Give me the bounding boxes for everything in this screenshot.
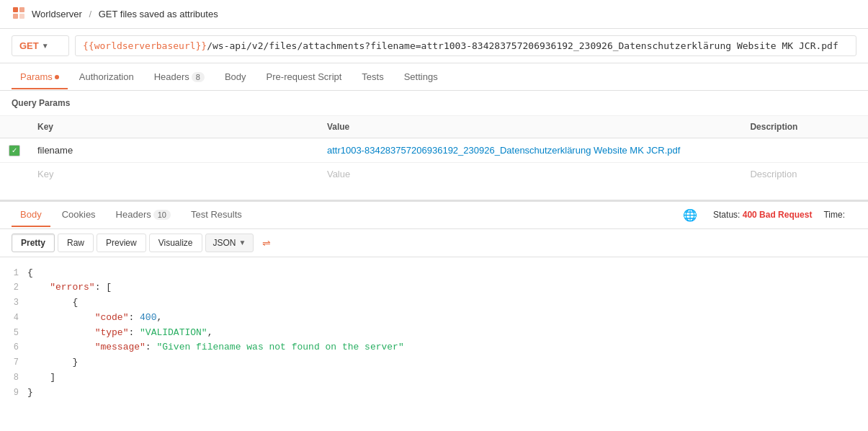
url-bar: GET ▼ {{worldserverbaseurl}}/ws-api/v2/f… (0, 29, 868, 63)
format-type-dropdown[interactable]: JSON ▼ (205, 234, 254, 252)
empty-value[interactable]: Value (318, 162, 741, 185)
svg-rect-3 (19, 14, 24, 19)
response-section: Body Cookies Headers10 Test Results 🌐 St… (0, 200, 868, 409)
json-line-4: 4 "code": 400, (0, 311, 868, 326)
empty-description[interactable]: Description (741, 162, 868, 185)
headers-badge: 8 (192, 72, 205, 82)
param-value[interactable]: attr1003-834283757206936192_230926_Daten… (318, 138, 741, 163)
filter-icon[interactable]: ⇌ (262, 237, 271, 249)
breadcrumb: Worldserver / GET files saved as attribu… (32, 9, 218, 19)
time-label: Time: (823, 210, 845, 220)
response-tab-headers[interactable]: Headers10 (107, 203, 179, 227)
format-toolbar: Pretty Raw Preview Visualize JSON ▼ ⇌ (0, 229, 868, 257)
json-line-1: 1 { (0, 266, 868, 281)
param-description[interactable] (741, 138, 868, 163)
json-line-5: 5 "type": "VALIDATION", (0, 326, 868, 341)
top-bar: Worldserver / GET files saved as attribu… (0, 0, 868, 29)
param-key[interactable]: filename (29, 138, 318, 163)
query-params-table: Key Value Description ✓ filename attr100… (0, 116, 868, 185)
chevron-down-icon: ▼ (239, 239, 246, 246)
format-pretty-button[interactable]: Pretty (12, 234, 55, 252)
app-icon (12, 6, 26, 22)
response-headers-badge: 10 (153, 210, 171, 220)
method-dropdown[interactable]: GET ▼ (12, 35, 69, 56)
tab-tests[interactable]: Tests (353, 66, 392, 89)
tab-pre-request-script[interactable]: Pre-request Script (258, 66, 351, 89)
url-variable: {{worldserverbaseurl}} (83, 40, 207, 51)
json-line-3: 3 { (0, 296, 868, 311)
tab-authorization[interactable]: Authorization (71, 66, 143, 89)
tab-body[interactable]: Body (216, 66, 255, 89)
query-params-title: Query Params (0, 91, 868, 116)
json-output: 1 { 2 "errors": [ 3 { 4 "code": 400, 5 (0, 257, 868, 409)
url-input[interactable]: {{worldserverbaseurl}}/ws-api/v2/files/a… (75, 35, 856, 56)
status-value: 400 Bad Request (743, 210, 813, 220)
table-empty-row: Key Value Description (0, 162, 868, 185)
json-line-9: 9 } (0, 386, 868, 401)
json-line-6: 6 "message": "Given filename was not fou… (0, 340, 868, 355)
params-dot (55, 75, 59, 79)
response-tab-body[interactable]: Body (12, 203, 50, 227)
empty-key[interactable]: Key (29, 162, 318, 185)
status-label: Status: 400 Bad Request (713, 210, 812, 220)
method-label: GET (19, 40, 39, 51)
format-preview-button[interactable]: Preview (97, 234, 146, 252)
response-tabs: Body Cookies Headers10 Test Results 🌐 St… (0, 202, 868, 229)
request-tabs: Params Authorization Headers8 Body Pre-r… (0, 63, 868, 91)
format-raw-button[interactable]: Raw (58, 234, 94, 252)
response-tab-test-results[interactable]: Test Results (182, 203, 251, 227)
table-row: ✓ filename attr1003-834283757206936192_2… (0, 138, 868, 163)
tab-settings[interactable]: Settings (395, 66, 447, 89)
row-checkbox[interactable]: ✓ (9, 145, 20, 156)
globe-icon: 🌐 (683, 208, 697, 222)
json-line-8: 8 ] (0, 370, 868, 386)
url-path: /ws-api/v2/files/attachments?filename=at… (207, 40, 838, 51)
tab-params[interactable]: Params (12, 66, 68, 89)
response-status-bar: 🌐 Status: 400 Bad Request Time: (671, 205, 856, 225)
col-value: Value (318, 116, 741, 138)
response-tab-cookies[interactable]: Cookies (53, 203, 104, 227)
format-visualize-button[interactable]: Visualize (149, 234, 202, 252)
table-header-row: Key Value Description (0, 116, 868, 138)
json-line-7: 7 } (0, 355, 868, 370)
json-line-2: 2 "errors": [ (0, 280, 868, 296)
col-description: Description (741, 116, 868, 138)
col-checkbox (0, 116, 29, 138)
svg-rect-1 (19, 7, 24, 12)
tab-headers[interactable]: Headers8 (146, 66, 213, 89)
chevron-down-icon: ▼ (42, 42, 49, 50)
svg-rect-2 (13, 14, 18, 19)
svg-rect-0 (13, 7, 18, 12)
col-key: Key (29, 116, 318, 138)
